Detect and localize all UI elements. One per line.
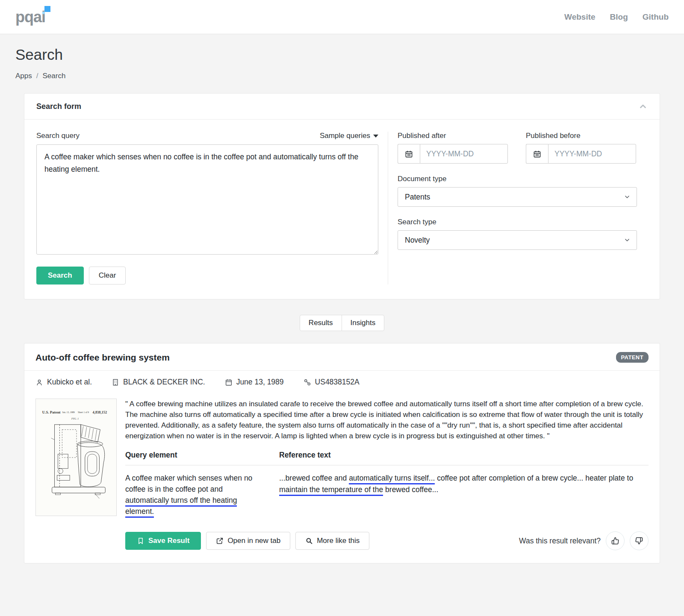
published-after-input[interactable] (420, 144, 508, 164)
published-before-label: Published before (526, 132, 636, 140)
top-nav: Website Blog Github (564, 12, 669, 22)
result-card: Auto-off coffee brewing system PATENT Ku… (24, 343, 660, 563)
result-publication-id[interactable]: US4838152A (304, 378, 360, 387)
result-meta-row: Kubicko et al. BLACK & DECKER INC. June … (24, 371, 660, 393)
thumbs-up-icon (611, 537, 619, 545)
result-assignee: BLACK & DECKER INC. (112, 378, 205, 387)
clear-button[interactable]: Clear (89, 267, 126, 285)
relevance-feedback: Was this result relevant? (519, 531, 649, 550)
published-after-input-group (398, 144, 508, 164)
top-bar: pqai Website Blog Github (0, 0, 684, 34)
caret-down-icon (373, 135, 378, 138)
svg-text:Sheet 1 of 9: Sheet 1 of 9 (78, 411, 89, 414)
result-date: June 13, 1989 (225, 378, 284, 387)
pqai-logo[interactable]: pqai (15, 9, 45, 25)
query-element-header: Query element (125, 451, 279, 460)
calendar-icon (526, 144, 548, 164)
reference-text-header: Reference text (279, 451, 649, 460)
result-assignee-text: BLACK & DECKER INC. (123, 378, 205, 387)
collapse-form-button[interactable] (638, 102, 648, 111)
reference-text-part: ...brewed coffee and (279, 474, 349, 482)
patent-drawing-thumbnail: U.S. Patent Jun. 13, 1989 Sheet 1 of 9 4… (35, 399, 117, 516)
chevron-up-icon (638, 102, 648, 111)
results-insights-tabs: Results Insights (24, 315, 660, 331)
result-actions-row: Save Result Open in new tab More like th… (125, 531, 649, 563)
reference-text-highlight: automatically turns itself... (349, 474, 435, 484)
nav-link-blog[interactable]: Blog (610, 12, 628, 22)
reference-text-cell: ...brewed coffee and automatically turns… (279, 472, 649, 517)
document-type-select-wrap: Patents (398, 187, 637, 207)
result-body: U.S. Patent Jun. 13, 1989 Sheet 1 of 9 4… (24, 393, 660, 563)
result-authors: Kubicko et al. (35, 378, 92, 387)
reference-text-part: brewed coffee... (383, 485, 438, 494)
thumbs-down-button[interactable] (630, 531, 649, 550)
form-buttons-row: Search Clear (36, 267, 378, 285)
sample-queries-dropdown[interactable]: Sample queries (320, 132, 378, 140)
breadcrumb-search: Search (42, 72, 65, 80)
search-form-card: Search form Search query Sample queries … (24, 93, 660, 299)
nav-link-website[interactable]: Website (564, 12, 596, 22)
published-before-group: Published before (526, 132, 636, 164)
document-type-select[interactable]: Patents (398, 187, 637, 207)
result-content: " A coffee brewing machine utilizes an i… (125, 399, 649, 563)
search-icon (305, 537, 313, 545)
pqai-logo-text: pqai (15, 8, 45, 26)
published-before-input-group (526, 144, 636, 164)
published-after-label: Published after (398, 132, 508, 140)
breadcrumb-separator: / (36, 72, 38, 80)
search-query-label: Search query (36, 132, 80, 140)
published-after-group: Published after (398, 132, 508, 164)
document-type-label: Document type (398, 175, 637, 183)
svg-text:4,838,152: 4,838,152 (93, 411, 107, 414)
published-before-input[interactable] (548, 144, 636, 164)
mapping-table-row: A coffee maker which senses when no coff… (125, 472, 649, 517)
search-type-label: Search type (398, 218, 637, 226)
calendar-icon (225, 378, 233, 386)
tab-insights[interactable]: Insights (342, 315, 385, 331)
form-column-divider (388, 132, 388, 285)
result-title: Auto-off coffee brewing system (35, 352, 170, 363)
search-type-select[interactable]: Novelty (398, 230, 637, 250)
query-element-text: A coffee maker which senses when no coff… (125, 474, 252, 493)
query-element-cell: A coffee maker which senses when no coff… (125, 472, 279, 517)
patent-badge: PATENT (616, 352, 649, 363)
logo-square-icon (44, 6, 50, 12)
save-result-label: Save Result (148, 537, 189, 545)
main-content: Search form Search query Sample queries … (0, 93, 684, 583)
search-button[interactable]: Search (36, 267, 84, 285)
tab-results[interactable]: Results (300, 315, 342, 331)
calendar-icon (398, 144, 420, 164)
dates-row: Published after Published before (398, 132, 637, 164)
result-abstract: " A coffee brewing machine utilizes an i… (125, 399, 649, 441)
bookmark-icon (137, 537, 144, 545)
person-icon (35, 378, 43, 386)
search-form-title: Search form (36, 102, 81, 111)
open-in-new-tab-label: Open in new tab (227, 537, 280, 545)
search-query-textarea[interactable]: A coffee maker which senses when no coff… (36, 144, 378, 255)
breadcrumb: Apps / Search (15, 72, 669, 80)
patent-figure: U.S. Patent Jun. 13, 1989 Sheet 1 of 9 4… (36, 399, 116, 516)
thumbs-up-button[interactable] (606, 531, 625, 550)
result-date-text: June 13, 1989 (236, 378, 284, 387)
page-head: Search Apps / Search (0, 34, 684, 93)
svg-text:U.S. Patent: U.S. Patent (42, 410, 61, 414)
thumbs-down-icon (635, 537, 643, 545)
nav-link-github[interactable]: Github (643, 12, 669, 22)
svg-text:Jun. 13, 1989: Jun. 13, 1989 (62, 411, 75, 414)
sample-queries-label: Sample queries (320, 132, 370, 140)
mapping-table-divider (125, 465, 649, 466)
more-like-this-label: More like this (317, 537, 360, 545)
reference-text-highlight: maintain the temperature of the (279, 485, 383, 496)
query-column: Search query Sample queries A coffee mak… (36, 132, 378, 285)
query-element-highlight: automatically turns off the heating elem… (125, 496, 237, 518)
more-like-this-button[interactable]: More like this (295, 532, 369, 550)
open-in-new-tab-button[interactable]: Open in new tab (206, 532, 290, 550)
logo-small-square-icon (42, 12, 45, 14)
result-authors-text: Kubicko et al. (47, 378, 92, 387)
search-form-header: Search form (24, 94, 660, 120)
mapping-table-header: Query element Reference text (125, 451, 649, 460)
query-label-row: Search query Sample queries (36, 132, 378, 140)
breadcrumb-apps[interactable]: Apps (15, 72, 32, 80)
page-title: Search (15, 46, 669, 63)
save-result-button[interactable]: Save Result (125, 532, 201, 550)
